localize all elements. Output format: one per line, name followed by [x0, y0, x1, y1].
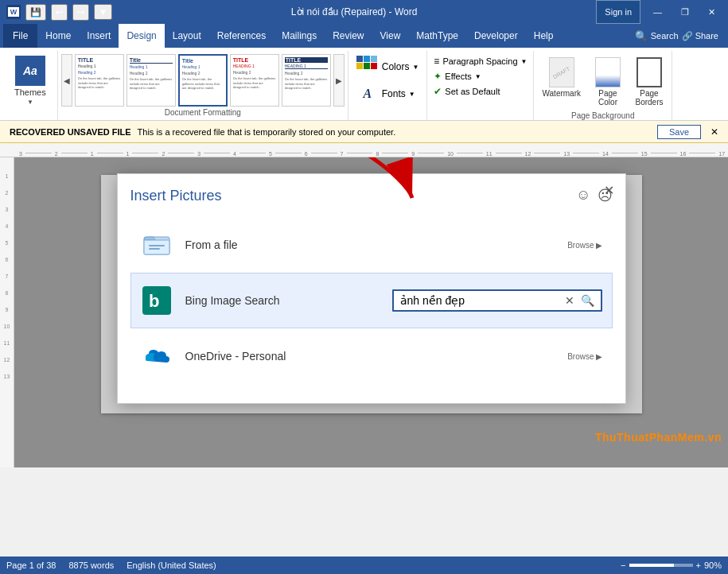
recovered-label: RECOVERED UNSAVED FILE	[10, 127, 131, 137]
themes-button[interactable]: Aa Themes ▼	[8, 54, 53, 107]
from-file-option[interactable]: From a file Browse ▶	[130, 217, 613, 273]
recovered-bar-close-icon[interactable]: ✕	[710, 126, 718, 138]
onedrive-browse-icon: ▶	[596, 352, 602, 361]
themes-section: Aa Themes ▼	[3, 51, 58, 120]
save-quick-btn[interactable]: 💾	[25, 4, 46, 21]
bing-search-label: Bing Image Search	[185, 294, 380, 307]
themes-label: Themes	[14, 87, 46, 97]
search-icon[interactable]: 🔍	[635, 30, 648, 42]
menu-item-references[interactable]: References	[209, 24, 274, 48]
fonts-button[interactable]: A Fonts ▼	[352, 81, 424, 107]
menu-item-home[interactable]: Home	[37, 24, 79, 48]
vertical-ruler: 12345678910111213	[0, 157, 14, 467]
effects-chevron-icon: ▼	[475, 73, 481, 80]
effects-section: ≡ Paragraph Spacing ▼ ✦ Effects ▼ ✔ Set …	[427, 51, 534, 120]
sign-in-button[interactable]: Sign in	[596, 0, 640, 24]
zoom-control[interactable]: − + 90%	[621, 560, 722, 570]
page-info: Page 1 of 38	[6, 560, 56, 570]
bing-search-option[interactable]: b Bing Image Search ✕ 🔍	[130, 273, 613, 328]
onedrive-option[interactable]: OneDrive - Personal Browse ▶	[130, 328, 613, 384]
redo-btn[interactable]: ↪	[72, 4, 89, 21]
onedrive-label: OneDrive - Personal	[185, 350, 555, 363]
page-borders-button[interactable]: PageBorders	[630, 54, 668, 110]
doc-format-thumb-3[interactable]: Title Heading 1 Heading 2 On the Insert …	[178, 54, 228, 107]
menu-item-design[interactable]: Design	[119, 24, 164, 48]
title-bar: W 💾 ↩ ↪ ▼ Lời nói đầu (Repaired) - Word …	[0, 0, 728, 24]
watermark-button[interactable]: DRAFT Watermark	[537, 54, 586, 110]
status-right: − + 90%	[621, 560, 722, 570]
watermark-icon: DRAFT	[549, 57, 574, 87]
doc-format-prev[interactable]: ◀	[61, 54, 72, 107]
recovered-message: This is a recovered file that is tempora…	[138, 127, 396, 137]
zoom-slider[interactable]	[629, 564, 693, 567]
menu-item-review[interactable]: Review	[325, 24, 372, 48]
menu-item-help[interactable]: Help	[526, 24, 562, 48]
svg-rect-2	[144, 240, 169, 254]
recovered-save-button[interactable]: Save	[657, 125, 701, 139]
menu-item-developer[interactable]: Developer	[466, 24, 526, 48]
fonts-label: Fonts	[382, 88, 406, 99]
paragraph-spacing-button[interactable]: ≡ Paragraph Spacing ▼	[430, 54, 530, 68]
doc-format-thumb-1[interactable]: TITLE Heading 1 Heading 2 On the Insert …	[75, 54, 124, 107]
bing-search-clear-button[interactable]: ✕	[562, 294, 578, 307]
paragraph-spacing-chevron-icon: ▼	[521, 58, 528, 65]
bing-search-go-button[interactable]: 🔍	[581, 294, 594, 307]
page-color-button[interactable]: PageColor	[589, 54, 627, 110]
dialog-header: Insert Pictures ☺ ☹ ✕	[118, 174, 625, 211]
colors-label: Colors	[382, 61, 410, 72]
page-borders-label: PageBorders	[636, 89, 664, 107]
word-app-icon: W	[6, 5, 21, 19]
menu-item-file[interactable]: File	[3, 24, 37, 48]
effects-button[interactable]: ✦ Effects ▼	[430, 69, 530, 83]
quick-access-more[interactable]: ▼	[94, 4, 112, 20]
page-background-section: DRAFT Watermark PageColor PageBorders Pa…	[534, 51, 672, 120]
from-file-icon	[141, 229, 173, 261]
page-borders-icon	[637, 57, 662, 87]
dialog-body: From a file Browse ▶ b	[118, 211, 625, 403]
from-file-browse-label: Browse	[567, 241, 594, 250]
menu-item-insert[interactable]: Insert	[79, 24, 119, 48]
recovered-bar: RECOVERED UNSAVED FILE This is a recover…	[0, 121, 728, 143]
onedrive-browse[interactable]: Browse ▶	[567, 352, 601, 361]
effects-label: Effects	[445, 72, 471, 81]
doc-format-thumbs: ◀ TITLE Heading 1 Heading 2 On the Inser…	[61, 54, 345, 107]
document-formatting-section: ◀ TITLE Heading 1 Heading 2 On the Inser…	[58, 51, 348, 120]
menu-item-view[interactable]: View	[372, 24, 409, 48]
minimize-button[interactable]: —	[647, 0, 668, 24]
themes-icon: Aa	[15, 56, 45, 86]
fonts-icon: A	[356, 83, 379, 105]
menu-item-layout[interactable]: Layout	[165, 24, 209, 48]
from-file-browse[interactable]: Browse ▶	[567, 241, 601, 250]
word-count: 8875 words	[68, 560, 114, 570]
share-icon[interactable]: 🔗 Share	[682, 31, 718, 41]
zoom-slider-fill	[629, 564, 674, 567]
page-bg-buttons: DRAFT Watermark PageColor PageBorders	[537, 54, 668, 110]
insert-pictures-dialog: Insert Pictures ☺ ☹ ✕	[117, 173, 626, 404]
menu-bar: File Home Insert Design Layout Reference…	[0, 24, 728, 48]
menu-item-mailings[interactable]: Mailings	[274, 24, 325, 48]
zoom-out-icon[interactable]: −	[621, 560, 625, 570]
undo-btn[interactable]: ↩	[51, 4, 68, 21]
close-button[interactable]: ✕	[702, 0, 722, 24]
search-label: Search	[651, 31, 679, 41]
restore-button[interactable]: ❐	[675, 0, 695, 24]
dialog-overlay: Insert Pictures ☺ ☹ ✕	[14, 157, 728, 467]
effects-icon: ✦	[434, 71, 442, 82]
zoom-in-icon[interactable]: +	[696, 560, 701, 570]
colors-button[interactable]: Colors ▼	[352, 54, 424, 80]
horizontal-ruler: 3 2 1 1 2 3 4 5 6 7 8 9 10 11 12 13 14 1…	[0, 143, 728, 157]
onedrive-icon	[141, 340, 173, 372]
doc-format-next[interactable]: ▶	[333, 54, 345, 107]
from-file-label: From a file	[185, 239, 555, 251]
page-color-label: PageColor	[598, 89, 617, 107]
doc-format-thumb-2[interactable]: Title Heading 1 Heading 2 On the Insert …	[127, 54, 176, 107]
doc-format-thumb-4[interactable]: TITLE HEADING 1 Heading 2 On the Insert …	[230, 54, 279, 107]
dialog-close-button[interactable]: ✕	[600, 180, 619, 200]
doc-format-thumb-5[interactable]: TITLE HEADING 1 Heading 2 On the Insert …	[282, 54, 331, 107]
bing-search-input-wrapper[interactable]: ✕ 🔍	[392, 289, 602, 312]
set-as-default-button[interactable]: ✔ Set as Default	[430, 84, 530, 99]
smiley-icon[interactable]: ☺	[576, 187, 590, 204]
doc-format-label: Document Formatting	[61, 108, 345, 117]
bing-search-input[interactable]	[400, 294, 559, 307]
menu-item-mathtype[interactable]: MathType	[408, 24, 466, 48]
